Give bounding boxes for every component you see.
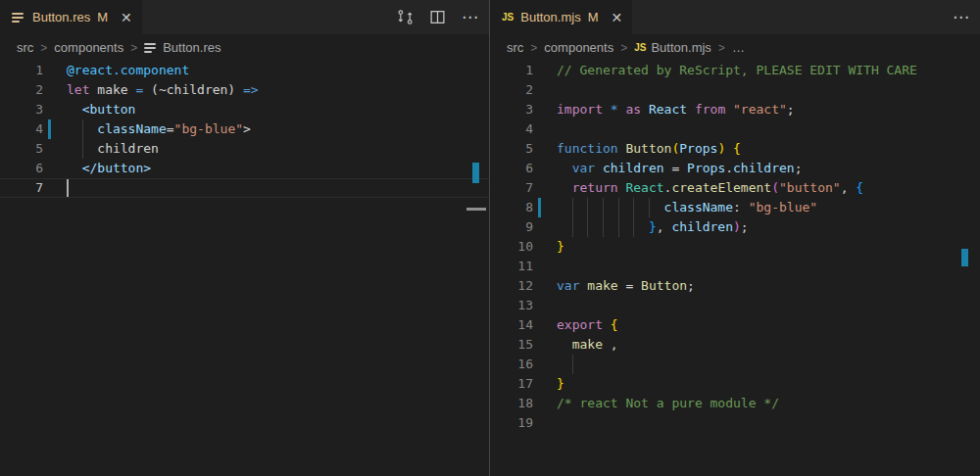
code-line[interactable]: 1@react.component (0, 61, 489, 80)
line-number[interactable]: 18 (490, 394, 533, 413)
breadcrumb-file-item[interactable]: Button.res (144, 40, 220, 55)
code-token: var (572, 161, 595, 175)
line-number[interactable]: 3 (490, 100, 533, 119)
tab-button-mjs[interactable]: JS Button.mjs M ✕ (490, 0, 632, 34)
code-line[interactable]: 7 (0, 178, 489, 198)
code-editor-right[interactable]: 1// Generated by ReScript, PLEASE EDIT W… (490, 61, 980, 476)
breadcrumb-file-item[interactable]: JSButton.mjs (634, 40, 711, 55)
code-line[interactable]: 4 className="bg-blue"> (0, 119, 489, 139)
line-number[interactable]: 3 (0, 100, 43, 119)
line-number[interactable]: 4 (0, 119, 43, 139)
git-gutter-modified (48, 61, 51, 80)
line-number[interactable]: 7 (490, 178, 533, 198)
git-gutter-modified (48, 178, 51, 198)
line-number[interactable]: 9 (490, 217, 533, 237)
line-number[interactable]: 12 (490, 276, 533, 296)
indent-guide (603, 217, 604, 237)
line-number[interactable]: 7 (0, 178, 43, 198)
tab-label: Button.res (32, 10, 90, 24)
code-token (687, 102, 695, 117)
line-number[interactable]: 14 (490, 315, 533, 335)
code-token: children (603, 161, 664, 175)
open-changes-icon[interactable] (397, 9, 414, 25)
code-token (67, 102, 82, 117)
line-number[interactable]: 19 (490, 413, 533, 433)
git-gutter-modified (48, 119, 51, 139)
split-editor-icon[interactable] (429, 9, 446, 25)
breadcrumb-item[interactable]: components (54, 40, 123, 55)
line-number[interactable]: 5 (0, 139, 43, 159)
code-token: * (611, 102, 618, 117)
code-line[interactable]: 6 </button> (0, 159, 489, 178)
indent-guide (618, 217, 619, 237)
chevron-right-icon: > (620, 41, 627, 55)
code-token: = (618, 278, 641, 293)
code-token: from (695, 102, 725, 117)
code-line[interactable]: 12var make = Button; (490, 276, 980, 296)
code-line[interactable]: 5 children (0, 139, 489, 159)
editor-group-right: JS Button.mjs M ✕ ⋯ src>components>JSBut… (490, 0, 980, 476)
code-token: export (557, 317, 603, 332)
code-line[interactable]: 4 (490, 119, 980, 139)
line-number[interactable]: 13 (490, 296, 533, 315)
code-line[interactable]: 18/* react Not a pure module */ (490, 394, 980, 413)
code-line[interactable]: 6 var children = Props.children; (490, 159, 980, 178)
line-number[interactable]: 6 (0, 159, 43, 178)
line-number[interactable]: 17 (490, 374, 533, 394)
code-token: Button (625, 141, 671, 156)
line-number[interactable]: 2 (0, 80, 43, 100)
code-line[interactable]: 3 <button (0, 100, 489, 119)
code-line[interactable]: 1// Generated by ReScript, PLEASE EDIT W… (490, 61, 980, 80)
code-token: => (243, 82, 259, 97)
line-number[interactable]: 16 (490, 355, 533, 374)
line-number[interactable]: 6 (490, 159, 533, 178)
line-number[interactable]: 10 (490, 237, 533, 257)
line-number[interactable]: 1 (490, 61, 533, 80)
code-editor-left[interactable]: 1@react.component2let make = (~children)… (0, 61, 489, 476)
close-icon[interactable]: ✕ (612, 11, 623, 24)
overview-ruler-cursor-marker (466, 208, 486, 211)
breadcrumb-symbol-item[interactable]: … (732, 40, 745, 55)
code-line-text: /* react Not a pure module */ (557, 394, 980, 413)
code-line[interactable]: 15 make , (490, 335, 980, 355)
line-number[interactable]: 2 (490, 80, 533, 100)
more-actions-icon[interactable]: ⋯ (953, 9, 970, 25)
line-number[interactable]: 15 (490, 335, 533, 355)
code-line[interactable]: 14export { (490, 315, 980, 335)
code-line[interactable]: 2 (490, 80, 980, 100)
code-line[interactable]: 10} (490, 237, 980, 257)
code-line-text: className: "bg-blue" (557, 198, 980, 217)
code-line[interactable]: 17} (490, 374, 980, 394)
line-number[interactable]: 5 (490, 139, 533, 159)
code-line[interactable]: 19 (490, 413, 980, 433)
code-line[interactable]: 8 className: "bg-blue" (490, 198, 980, 217)
git-gutter-modified (538, 100, 541, 119)
code-line-text: let make = (~children) => (67, 80, 489, 100)
code-line[interactable]: 16 (490, 355, 980, 374)
code-token: as (625, 102, 641, 117)
line-number[interactable]: 1 (0, 61, 43, 80)
code-line[interactable]: 5function Button(Props) { (490, 139, 980, 159)
close-icon[interactable]: ✕ (121, 11, 132, 24)
breadcrumb-item[interactable]: src (17, 40, 33, 55)
code-line[interactable]: 9 }, children); (490, 217, 980, 237)
code-line-text: var children = Props.children; (557, 159, 980, 178)
line-number[interactable]: 4 (490, 119, 533, 139)
code-line[interactable]: 11 (490, 257, 980, 276)
indent-guide (587, 217, 588, 237)
code-token: let (67, 82, 89, 97)
line-number[interactable]: 8 (490, 198, 533, 217)
code-line[interactable]: 13 (490, 296, 980, 315)
line-number[interactable]: 11 (490, 257, 533, 276)
code-line-text: <button (67, 100, 489, 119)
breadcrumb-item[interactable]: components (544, 40, 613, 55)
code-line-text: return React.createElement("button", { (557, 178, 980, 198)
code-line[interactable]: 2let make = (~children) => (0, 80, 489, 100)
more-actions-icon[interactable]: ⋯ (462, 9, 479, 25)
code-token (557, 337, 572, 352)
code-token: = (167, 121, 174, 136)
tab-button-res[interactable]: Button.res M ✕ (0, 0, 142, 34)
code-line[interactable]: 7 return React.createElement("button", { (490, 178, 980, 198)
code-line[interactable]: 3import * as React from "react"; (490, 100, 980, 119)
breadcrumb-item[interactable]: src (507, 40, 523, 55)
